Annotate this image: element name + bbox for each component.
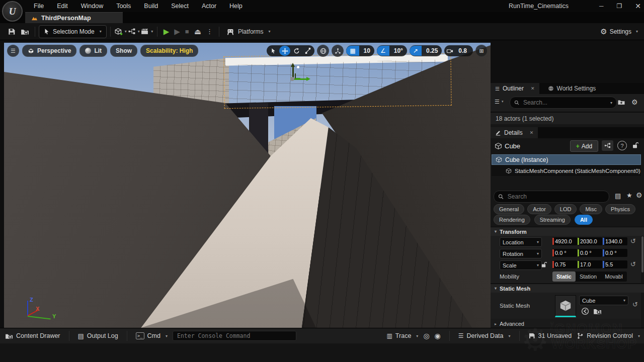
edit-blueprint-button[interactable] (602, 140, 613, 151)
outliner-search-input[interactable] (522, 99, 605, 107)
use-selected-asset-icon[interactable] (581, 307, 589, 315)
close-button[interactable]: ✕ (635, 2, 641, 10)
camera-speed-value[interactable]: 0.8 (454, 47, 471, 54)
details-search-input[interactable] (507, 193, 605, 201)
menu-file[interactable]: File (27, 0, 50, 12)
category-all[interactable]: All (575, 215, 593, 225)
category-lod[interactable]: LOD (554, 204, 577, 214)
play-button[interactable]: ▶ (164, 27, 170, 36)
angle-snap-icon[interactable]: ∠ (377, 46, 389, 56)
scale-snap-icon[interactable]: ↗ (410, 46, 422, 56)
favorites-star-icon[interactable]: ★ (626, 192, 632, 199)
select-tool[interactable] (268, 46, 279, 56)
staticmesh-asset-dropdown[interactable]: Cube ▾ (579, 296, 628, 305)
cmd-dropdown[interactable]: >_ Cmd ▾ (136, 332, 168, 339)
mobility-stationary[interactable]: Station (576, 272, 601, 282)
category-physics[interactable]: Physics (605, 204, 635, 214)
new-folder-icon[interactable] (617, 99, 625, 106)
help-icon[interactable]: ? (617, 141, 627, 150)
scalability-badge[interactable]: Scalability: High (140, 45, 198, 57)
staticmesh-section-header[interactable]: ▾ Static Mesh (491, 284, 644, 293)
details-search[interactable] (494, 191, 609, 203)
chevron-down-icon[interactable]: ▾ (502, 100, 504, 104)
grid-snap-icon[interactable]: ▦ (346, 46, 359, 56)
location-x-field[interactable]: 4920.0 (552, 237, 577, 245)
output-log-button[interactable]: ▤ Output Log (78, 332, 118, 340)
rotation-dropdown[interactable]: Rotation ▾ (500, 249, 542, 258)
stop-button[interactable]: ■ (185, 28, 189, 35)
blueprints-dropdown[interactable]: ▾ (127, 25, 140, 38)
component-row-cube-instance[interactable]: Cube (Instance) (492, 154, 641, 165)
viewport-options-button[interactable]: ☰ (7, 45, 19, 57)
add-component-button[interactable]: + Add (570, 140, 598, 152)
outliner-search[interactable]: ▾ (510, 97, 617, 109)
rotation-x-field[interactable]: 0.0 ° (552, 249, 577, 257)
scale-lock-icon[interactable] (540, 261, 547, 268)
close-icon[interactable]: ✕ (531, 86, 535, 91)
details-settings-gear-icon[interactable]: ⚙ (636, 191, 642, 199)
menu-edit[interactable]: Edit (50, 0, 74, 12)
scale-snap-value[interactable]: 0.25 (422, 47, 442, 54)
tab-details[interactable]: Details ✕ (491, 127, 538, 138)
outliner-settings-gear-icon[interactable]: ⚙ (631, 98, 638, 106)
menu-help[interactable]: Help (223, 0, 249, 12)
tab-world-settings[interactable]: World Settings (543, 83, 601, 94)
grid-snap-control[interactable]: ▦ 10 (346, 45, 374, 56)
cinematics-dropdown[interactable]: ▾ (140, 25, 153, 38)
chevron-down-icon[interactable]: ▾ (610, 101, 612, 105)
tab-thirdpersonmap[interactable]: ThirdPersonMap (25, 12, 123, 24)
unreal-logo-icon[interactable]: U (2, 1, 23, 22)
menu-build[interactable]: Build (137, 0, 165, 12)
component-row-staticmesh[interactable]: StaticMeshComponent (StaticMeshComponent… (492, 165, 641, 176)
move-tool[interactable] (279, 46, 290, 56)
details-scrollbar[interactable] (641, 236, 643, 273)
reset-location-icon[interactable]: ↺ (630, 237, 636, 245)
maximize-viewport-button[interactable]: ⊞ (475, 45, 488, 57)
minimize-button[interactable]: ─ (599, 3, 604, 10)
derived-data-dropdown[interactable]: ☰ Derived Data ▾ (458, 332, 511, 339)
rotation-snap-control[interactable]: ∠ 10° (377, 45, 407, 56)
tab-outliner[interactable]: ☰ Outliner ✕ (491, 83, 539, 94)
lit-dropdown[interactable]: Lit (79, 45, 107, 57)
category-rendering[interactable]: Rendering (494, 215, 530, 225)
unlock-icon[interactable] (631, 141, 638, 149)
play-options-kebab[interactable]: ⋮ (206, 28, 213, 35)
perspective-dropdown[interactable]: Perspective (22, 45, 76, 57)
location-y-field[interactable]: 2030.0 (578, 237, 602, 245)
menu-select[interactable]: Select (165, 0, 195, 12)
surface-snapping-button[interactable] (332, 45, 344, 57)
mobility-movable[interactable]: Movabl (601, 272, 626, 282)
unsaved-button[interactable]: 31 Unsaved (528, 332, 572, 339)
browse-to-asset-icon[interactable] (593, 307, 602, 315)
content-drawer-button[interactable]: Content Drawer (5, 332, 60, 340)
category-general[interactable]: General (494, 204, 524, 214)
save-button[interactable] (5, 25, 18, 38)
console-command-input[interactable] (173, 331, 296, 341)
category-misc[interactable]: Misc (580, 204, 602, 214)
world-space-toggle[interactable] (317, 45, 329, 57)
scale-z-field[interactable]: 5.5 (603, 260, 627, 268)
translate-gizmo[interactable] (286, 60, 321, 88)
location-dropdown[interactable]: Location ▾ (500, 237, 542, 247)
viewport-3d[interactable]: Z X Y ☰ Perspective Lit Show (4, 43, 491, 328)
reset-scale-icon[interactable]: ↺ (630, 260, 636, 268)
settings-dropdown[interactable]: ⚙ Settings ▾ (600, 27, 638, 36)
restore-button[interactable]: ❐ (617, 3, 622, 10)
rotation-z-field[interactable]: 0.0 ° (603, 249, 627, 257)
content-browser-button[interactable] (18, 25, 31, 38)
add-actor-dropdown[interactable]: ▾ (114, 25, 127, 38)
location-z-field[interactable]: 1340.0 (603, 237, 627, 245)
insights-session-icon[interactable]: ◎ (423, 332, 429, 340)
trace-snapshot-icon[interactable]: ◉ (435, 332, 441, 340)
show-dropdown[interactable]: Show (110, 45, 137, 57)
gizmo-plane-handle[interactable] (295, 73, 300, 79)
scale-y-field[interactable]: 17.0 (578, 260, 602, 268)
selection-mode-dropdown[interactable]: Selection Mode ▾ (39, 25, 107, 38)
filter-icon[interactable]: ☰ (495, 99, 500, 105)
menu-window[interactable]: Window (74, 0, 110, 12)
mobility-static[interactable]: Static (552, 272, 576, 282)
scale-snap-control[interactable]: ↗ 0.25 (410, 45, 442, 56)
scale-tool[interactable] (302, 46, 313, 56)
revision-control-dropdown[interactable]: Revision Control ▾ (577, 332, 640, 339)
scale-x-field[interactable]: 0.75 (552, 260, 577, 268)
